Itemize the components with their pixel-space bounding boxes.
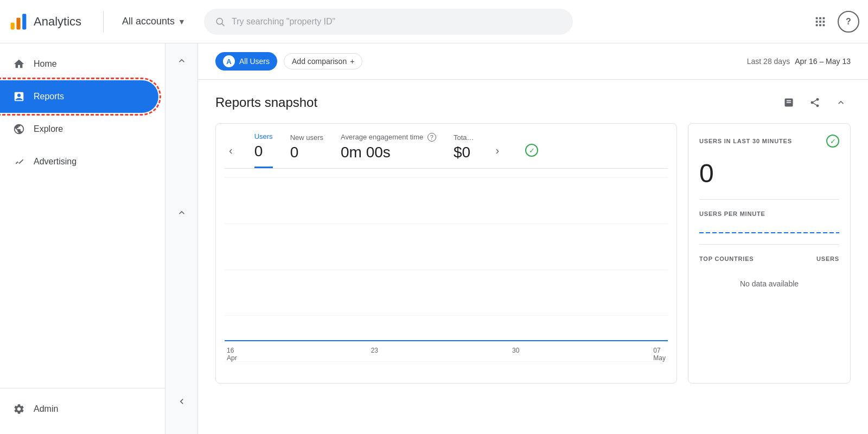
realtime-users-title: USERS IN LAST 30 MINUTES [699, 138, 792, 144]
svg-rect-12 [819, 24, 821, 26]
sidebar-item-advertising-label: Advertising [34, 157, 76, 167]
add-comparison-button[interactable]: Add comparison + [284, 53, 362, 69]
chart-baseline [225, 340, 668, 341]
mini-divider-2 [699, 244, 839, 245]
svg-point-3 [216, 18, 222, 24]
add-comparison-icon: + [350, 57, 354, 66]
collapse-back-button[interactable] [171, 391, 193, 412]
section-header: Reports snapshot [215, 93, 851, 112]
admin-icon [13, 403, 25, 415]
home-icon [13, 58, 25, 70]
expand-button[interactable] [831, 93, 851, 112]
chart-area: 16 Apr 23 30 07 [225, 177, 668, 362]
chart-grid-line-1 [225, 177, 668, 178]
metric-engagement-label: Average engagement time ? [341, 133, 436, 142]
metric-new-users-value: 0 [290, 144, 323, 161]
svg-rect-7 [823, 17, 825, 19]
section-title: Reports snapshot [215, 95, 317, 110]
apps-grid-button[interactable] [809, 11, 831, 33]
metric-total-label: Tota… [454, 133, 474, 142]
account-selector-label: All accounts [122, 16, 175, 27]
chart-x-axis: 16 Apr 23 30 07 [225, 347, 668, 362]
chart-label-07may: 07 May [653, 347, 666, 362]
search-input[interactable] [232, 17, 562, 27]
metrics-next-button[interactable]: › [492, 144, 504, 157]
collapse-panel [165, 43, 198, 434]
search-icon [215, 16, 225, 27]
metric-tab-engagement[interactable]: Average engagement time ? 0m 00s [341, 133, 436, 168]
svg-line-4 [222, 23, 224, 25]
engagement-help-icon[interactable]: ? [427, 133, 436, 142]
logo-area: Analytics [9, 12, 90, 31]
sidebar-item-advertising[interactable]: Advertising [0, 145, 158, 178]
metric-users-label: Users [254, 132, 273, 141]
svg-rect-13 [823, 24, 825, 26]
metrics-prev-button[interactable]: ‹ [225, 144, 237, 157]
main-layout: Home Reports Explore Advertising [0, 43, 868, 434]
main-content: A All Users Add comparison + Last 28 day… [198, 43, 868, 434]
collapse-up-button-2[interactable] [171, 202, 193, 224]
top-countries-col: USERS [816, 256, 839, 262]
metrics-tabs: ‹ Users 0 New users 0 A [225, 132, 668, 169]
nav-divider [103, 11, 104, 33]
realtime-card: USERS IN LAST 30 MINUTES ✓ 0 USERS PER M… [688, 123, 851, 384]
sidebar-bottom: Admin [0, 388, 165, 430]
metric-users-value: 0 [254, 143, 273, 160]
apps-grid-icon [814, 16, 826, 28]
segment-avatar: A [223, 55, 235, 67]
chart-label-23: 23 [371, 347, 378, 362]
advertising-icon [13, 156, 25, 168]
svg-rect-10 [823, 21, 825, 23]
realtime-users-header: USERS IN LAST 30 MINUTES ✓ [699, 135, 839, 148]
sidebar-item-explore-label: Explore [34, 124, 63, 134]
users-per-minute-title: USERS PER MINUTE [699, 210, 839, 217]
content-panel: A All Users Add comparison + Last 28 day… [165, 43, 868, 434]
metric-total-value: $0 [454, 144, 474, 161]
metric-new-users-label: New users [290, 133, 323, 142]
reports-icon [13, 91, 25, 103]
sidebar-item-admin[interactable]: Admin [0, 393, 158, 425]
users-per-minute-chart [699, 232, 839, 233]
chart-label-16apr: 16 Apr [227, 347, 237, 362]
metric-tab-users[interactable]: Users 0 [254, 132, 273, 168]
share-button[interactable] [805, 93, 825, 112]
explore-icon [13, 123, 25, 135]
sidebar-item-admin-label: Admin [34, 404, 58, 414]
help-icon: ? [846, 17, 851, 27]
data-check-icon: ✓ [525, 144, 538, 157]
chart-label-30: 30 [512, 347, 519, 362]
section-actions [779, 93, 851, 112]
filter-bar: A All Users Add comparison + Last 28 day… [198, 43, 868, 80]
customize-report-button[interactable] [779, 93, 799, 112]
help-button[interactable]: ? [838, 11, 859, 33]
add-comparison-label: Add comparison [292, 57, 347, 66]
search-bar [204, 9, 573, 35]
chart-grid-line-2 [225, 224, 668, 224]
metric-engagement-value: 0m 00s [341, 144, 436, 161]
sidebar-item-home-label: Home [34, 59, 57, 69]
metric-tab-new-users[interactable]: New users 0 [290, 133, 323, 168]
metric-tab-total[interactable]: Tota… $0 [454, 133, 474, 168]
sidebar-item-reports[interactable]: Reports [0, 80, 158, 113]
svg-rect-1 [16, 17, 20, 29]
svg-rect-11 [816, 24, 818, 26]
top-countries-title: TOP COUNTRIES [699, 256, 754, 262]
nav-right: ? [809, 11, 859, 33]
chart-grid-line-4 [225, 315, 668, 316]
sidebar-item-explore[interactable]: Explore [0, 113, 158, 145]
svg-rect-6 [819, 17, 821, 19]
segment-label: All Users [239, 57, 270, 66]
app-title: Analytics [34, 15, 81, 29]
chart-grid [225, 177, 668, 362]
date-range: Last 28 days Apr 16 – May 13 [747, 57, 851, 66]
all-users-segment-chip[interactable]: A All Users [215, 52, 277, 71]
svg-rect-5 [816, 17, 818, 19]
chart-grid-line-3 [225, 270, 668, 270]
date-range-value: Apr 16 – May 13 [795, 57, 851, 66]
svg-rect-0 [11, 22, 15, 29]
reports-section: Reports snapshot [198, 80, 868, 397]
account-selector[interactable]: All accounts ▼ [117, 12, 191, 30]
charts-area: ‹ Users 0 New users 0 A [215, 123, 851, 384]
collapse-up-button-1[interactable] [171, 50, 193, 72]
sidebar-item-home[interactable]: Home [0, 48, 158, 80]
